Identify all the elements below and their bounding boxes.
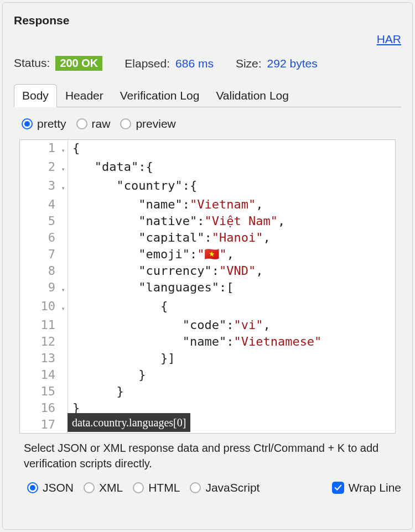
radio-icon (190, 482, 201, 493)
har-row: HAR (14, 33, 401, 46)
format-xml[interactable]: XML (84, 481, 123, 494)
panel-title: Response (14, 14, 401, 27)
radio-icon (120, 118, 131, 129)
line-number: 15 (20, 383, 59, 400)
code-line[interactable]: 13 }] (20, 350, 395, 367)
code-content[interactable]: "native":"Việt Nam", (68, 213, 285, 230)
fold-icon (59, 383, 68, 400)
line-number: 11 (20, 317, 59, 333)
code-content[interactable]: } (68, 367, 146, 383)
code-line[interactable]: 10▾ { (20, 298, 395, 317)
checkbox-icon (332, 482, 344, 494)
code-content[interactable]: } (68, 383, 124, 400)
code-line[interactable]: 6 "capital":"Hanoi", (20, 230, 395, 246)
code-line[interactable]: 3▾ "country":{ (20, 178, 395, 196)
code-line[interactable]: 4 "name":"Vietnam", (20, 196, 395, 213)
tabs: Body Header Verification Log Validation … (14, 84, 401, 107)
line-number: 3 (20, 178, 59, 196)
code-content[interactable]: "currency":"VND", (68, 263, 263, 279)
line-number: 8 (20, 263, 59, 279)
format-label: JavaScript (205, 481, 260, 494)
elapsed-value: 686 ms (175, 57, 214, 70)
format-json[interactable]: JSON (27, 481, 74, 494)
elapsed-label: Elapsed: (124, 57, 170, 70)
code-content[interactable]: { (68, 140, 80, 159)
view-mode-raw[interactable]: raw (76, 117, 111, 131)
radio-icon (133, 482, 144, 493)
line-number: 9 (20, 279, 59, 298)
tab-verification-log[interactable]: Verification Log (112, 84, 208, 107)
line-number: 13 (20, 350, 59, 367)
status-row: Status: 200 OK Elapsed: 686 ms Size: 292… (14, 56, 401, 71)
line-number: 14 (20, 367, 59, 383)
format-label: XML (99, 481, 123, 494)
code-content[interactable]: "capital":"Hanoi", (68, 230, 271, 246)
response-panel: Response HAR Status: 200 OK Elapsed: 686… (2, 2, 413, 530)
fold-icon (59, 317, 68, 333)
format-html[interactable]: HTML (133, 481, 180, 494)
code-content[interactable]: "emoji":"🇻🇳", (68, 246, 234, 263)
radio-icon (27, 482, 38, 493)
code-line[interactable]: 15 } (20, 383, 395, 400)
json-path-tooltip: data.country.languages[0] (68, 413, 190, 432)
fold-icon (59, 263, 68, 279)
fold-icon[interactable]: ▾ (59, 279, 68, 298)
line-number: 2 (20, 159, 59, 178)
code-line[interactable]: 14 } (20, 367, 395, 383)
tab-body[interactable]: Body (14, 84, 57, 107)
line-number: 16 (20, 400, 59, 416)
fold-icon[interactable]: ▾ (59, 178, 68, 196)
line-number: 4 (20, 196, 59, 213)
code-line[interactable]: 12 "name":"Vietnamese" (20, 333, 395, 350)
view-mode-label: pretty (37, 117, 66, 131)
line-number: 17 (20, 416, 59, 433)
line-number: 7 (20, 246, 59, 263)
code-content[interactable]: "name":"Vietnamese" (68, 333, 321, 350)
fold-icon (59, 333, 68, 350)
fold-icon[interactable]: ▾ (59, 140, 68, 159)
code-content[interactable]: "data":{ (68, 159, 153, 178)
wrap-line-checkbox[interactable]: Wrap Line (332, 481, 401, 494)
code-line[interactable]: 1▾{ (20, 140, 395, 159)
view-mode-pretty[interactable]: pretty (22, 117, 66, 131)
line-number: 10 (20, 298, 59, 317)
code-content[interactable]: "name":"Vietnam", (68, 196, 263, 213)
status-badge: 200 OK (55, 56, 102, 71)
code-content[interactable]: "code":"vi", (68, 317, 271, 333)
line-number: 5 (20, 213, 59, 230)
code-line[interactable]: 11 "code":"vi", (20, 317, 395, 333)
fold-icon[interactable]: ▾ (59, 298, 68, 317)
code-line[interactable]: 5 "native":"Việt Nam", (20, 213, 395, 230)
format-row: JSON XML HTML JavaScript Wrap Line (27, 481, 401, 494)
code-line[interactable]: 9▾ "languages":[ (20, 279, 395, 298)
wrap-line-label: Wrap Line (349, 481, 401, 494)
radio-icon (76, 118, 87, 129)
fold-icon (59, 350, 68, 367)
code-content[interactable]: }] (68, 350, 175, 367)
code-line[interactable]: 7 "emoji":"🇻🇳", (20, 246, 395, 263)
fold-icon (59, 196, 68, 213)
code-editor[interactable]: 1▾{2▾ "data":{3▾ "country":{4 "name":"Vi… (19, 139, 396, 434)
fold-icon[interactable]: ▾ (59, 159, 68, 178)
code-content[interactable]: { (68, 298, 168, 317)
tab-validation-log[interactable]: Validation Log (208, 84, 297, 107)
code-line[interactable]: 2▾ "data":{ (20, 159, 395, 178)
fold-icon (59, 230, 68, 246)
har-link[interactable]: HAR (377, 33, 401, 45)
code-content[interactable]: "languages":[ (68, 279, 234, 298)
format-javascript[interactable]: JavaScript (190, 481, 260, 494)
size-label: Size: (236, 57, 262, 70)
view-mode-label: raw (92, 117, 111, 131)
code-line[interactable]: 8 "currency":"VND", (20, 263, 395, 279)
code-content[interactable]: "country":{ (68, 178, 197, 196)
fold-icon (59, 400, 68, 416)
tab-header[interactable]: Header (57, 84, 112, 107)
view-mode-row: pretty raw preview (22, 117, 401, 131)
status-label: Status: (14, 56, 50, 70)
view-mode-preview[interactable]: preview (120, 117, 175, 131)
fold-icon (59, 367, 68, 383)
line-number: 12 (20, 333, 59, 350)
fold-icon (59, 246, 68, 263)
line-number: 6 (20, 230, 59, 246)
format-label: HTML (148, 481, 180, 494)
